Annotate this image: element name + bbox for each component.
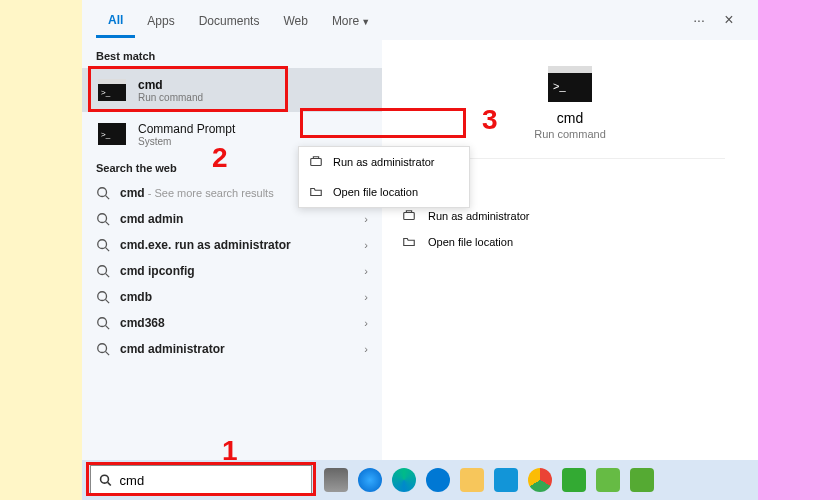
best-match-label: Best match [82, 44, 382, 68]
svg-point-9 [98, 292, 107, 301]
web-result-label: cmd administrator [120, 342, 364, 356]
results-column: Best match >_ cmd Run command >_ Command… [82, 40, 382, 460]
svg-point-10 [98, 318, 107, 327]
preview-pane: >_ cmd Run command Open Run as administr… [382, 40, 758, 460]
chevron-right-icon: › [364, 343, 368, 355]
search-icon [99, 473, 112, 487]
ctx-run-as-admin[interactable]: Run as administrator [299, 147, 469, 177]
tab-more[interactable]: More▼ [320, 4, 382, 36]
web-result-item[interactable]: cmd ipconfig› [82, 258, 382, 284]
search-input[interactable] [120, 473, 303, 488]
preview-title: cmd [557, 110, 583, 126]
search-icon [96, 238, 110, 252]
svg-rect-14 [548, 66, 592, 73]
ctx-open-file-location[interactable]: Open file location [299, 177, 469, 207]
ctx-label: Run as administrator [333, 156, 435, 168]
ctx-label: Open file location [333, 186, 418, 198]
web-result-item[interactable]: cmd administrator› [82, 336, 382, 362]
search-icon [96, 186, 110, 200]
app-icon[interactable] [596, 468, 620, 492]
svg-point-11 [98, 344, 107, 353]
cmd-icon: >_ [96, 74, 128, 106]
result-cmd[interactable]: >_ cmd Run command [82, 68, 382, 112]
svg-point-5 [98, 188, 107, 197]
chevron-right-icon: › [364, 213, 368, 225]
svg-point-18 [101, 475, 109, 483]
search-panel: All Apps Documents Web More▼ ··· × Best … [82, 0, 758, 500]
result-subtitle: System [138, 136, 368, 147]
chevron-right-icon: › [364, 265, 368, 277]
web-result-item[interactable]: cmd admin› [82, 206, 382, 232]
web-result-label: cmd ipconfig [120, 264, 364, 278]
search-icon [96, 342, 110, 356]
edge-legacy-icon[interactable] [426, 468, 450, 492]
close-button[interactable]: × [714, 11, 744, 29]
svg-point-6 [98, 214, 107, 223]
web-result-label: cmd368 [120, 316, 364, 330]
result-title: Command Prompt [138, 122, 368, 136]
search-icon [96, 212, 110, 226]
cmd-icon: >_ [96, 118, 128, 150]
cortana-icon[interactable] [358, 468, 382, 492]
tab-apps[interactable]: Apps [135, 4, 186, 36]
tab-bar: All Apps Documents Web More▼ ··· × [82, 0, 758, 40]
web-result-item[interactable]: cmd368› [82, 310, 382, 336]
search-icon [96, 264, 110, 278]
web-result-item[interactable]: cmd.exe. run as administrator› [82, 232, 382, 258]
web-result-label: cmd.exe. run as administrator [120, 238, 364, 252]
web-result-label: cmd admin [120, 212, 364, 226]
shield-icon [402, 209, 416, 223]
app-icon[interactable] [562, 468, 586, 492]
action-label: Open file location [428, 236, 513, 248]
preview-subtitle: Run command [534, 128, 606, 140]
action-label: Run as administrator [428, 210, 530, 222]
taskview-icon[interactable] [324, 468, 348, 492]
taskbar-search[interactable] [90, 465, 312, 495]
svg-rect-1 [98, 79, 126, 84]
folder-icon [309, 185, 323, 199]
search-icon [96, 316, 110, 330]
page-bg-left [0, 0, 82, 500]
chrome-icon[interactable] [528, 468, 552, 492]
store-icon[interactable] [494, 468, 518, 492]
svg-text:>_: >_ [553, 80, 566, 92]
svg-rect-12 [311, 159, 322, 166]
taskbar [82, 460, 758, 500]
chevron-down-icon: ▼ [361, 17, 370, 27]
cmd-icon-large: >_ [548, 66, 592, 102]
page-bg-right [758, 0, 840, 500]
tab-web[interactable]: Web [271, 4, 319, 36]
explorer-icon[interactable] [460, 468, 484, 492]
tab-all[interactable]: All [96, 3, 135, 38]
more-options-button[interactable]: ··· [684, 12, 714, 28]
web-result-item[interactable]: cmdb› [82, 284, 382, 310]
action-open-file-location[interactable]: Open file location [398, 229, 742, 255]
app-icon[interactable] [630, 468, 654, 492]
tab-documents[interactable]: Documents [187, 4, 272, 36]
folder-icon [402, 235, 416, 249]
chevron-right-icon: › [364, 239, 368, 251]
svg-point-7 [98, 240, 107, 249]
search-icon [96, 290, 110, 304]
svg-text:>_: >_ [101, 130, 111, 139]
taskbar-icons [324, 468, 654, 492]
chevron-right-icon: › [364, 291, 368, 303]
result-title: cmd [138, 78, 368, 92]
web-result-label: cmdb [120, 290, 364, 304]
edge-icon[interactable] [392, 468, 416, 492]
svg-rect-17 [404, 213, 415, 220]
shield-icon [309, 155, 323, 169]
context-menu: Run as administrator Open file location [298, 146, 470, 208]
svg-point-8 [98, 266, 107, 275]
result-subtitle: Run command [138, 92, 368, 103]
chevron-right-icon: › [364, 317, 368, 329]
svg-text:>_: >_ [101, 88, 111, 97]
